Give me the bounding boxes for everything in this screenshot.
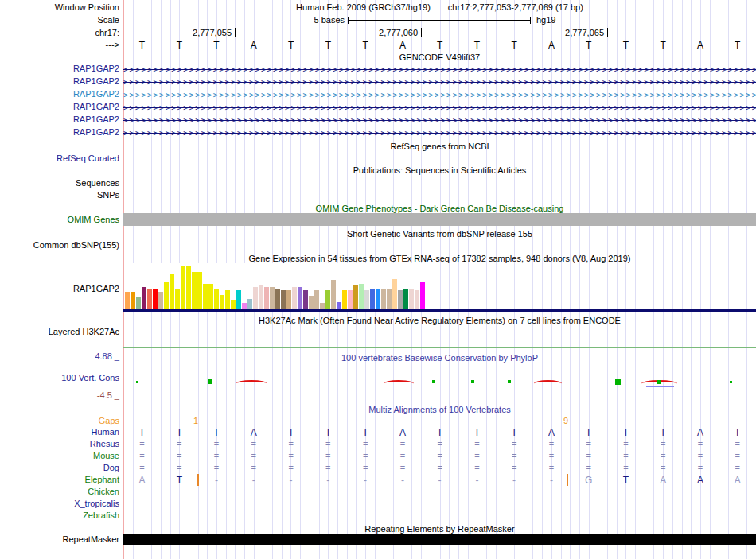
gtex-tissue-bar[interactable] [331, 280, 336, 309]
gtex-tissue-bar[interactable] [275, 289, 280, 309]
omim-track-title[interactable]: OMIM Gene Phenotypes - Dark Green Can Be… [123, 204, 756, 214]
multiz-alignment-cell[interactable]: = [645, 463, 682, 472]
sequence-base[interactable]: T [570, 40, 607, 51]
multiz-alignment-cell[interactable]: = [310, 439, 347, 448]
sequence-base[interactable]: A [532, 40, 570, 51]
refseq-curated-item[interactable] [123, 157, 756, 157]
gtex-tissue-bar[interactable] [359, 284, 364, 309]
multiz-alignment-cell[interactable]: T [198, 427, 236, 438]
gtex-tissue-bar[interactable] [158, 292, 163, 309]
multiz-alignment-cell[interactable]: T [719, 427, 756, 438]
multiz-alignment-cell[interactable]: = [682, 451, 719, 460]
multiz-alignment-cell[interactable]: - [347, 475, 384, 486]
gencode-transcript-label[interactable]: RAP1GAP2 [0, 115, 119, 125]
gtex-tissue-bar[interactable] [314, 290, 319, 309]
multiz-alignment-cell[interactable]: T [347, 427, 384, 438]
omim-genes-label[interactable]: OMIM Genes [0, 215, 119, 225]
multiz-alignment-cell[interactable]: T [161, 475, 198, 486]
gencode-transcript-label[interactable]: RAP1GAP2 [0, 102, 119, 112]
repeatmasker-item[interactable] [123, 534, 756, 545]
phylop-positive-tick[interactable] [615, 379, 621, 385]
multiz-alignment-cell[interactable]: = [719, 463, 756, 472]
multiz-alignment-cell[interactable]: A [235, 427, 272, 438]
sequence-base[interactable]: T [198, 40, 236, 51]
multiz-alignment-cell[interactable]: = [347, 463, 384, 472]
multiz-alignment-cell[interactable]: A [123, 475, 161, 486]
gtex-tissue-bar[interactable] [203, 284, 208, 309]
gtex-tissue-bar[interactable] [136, 297, 141, 309]
multiz-track-title[interactable]: Multiz Alignments of 100 Vertebrates [123, 405, 756, 415]
dbsnp-track-title[interactable]: Short Genetic Variants from dbSNP releas… [123, 229, 756, 239]
gtex-tissue-bar[interactable] [303, 290, 308, 309]
gtex-tissue-bar[interactable] [348, 290, 353, 309]
multiz-alignment-cell[interactable]: = [458, 451, 496, 460]
multiz-alignment-cell[interactable]: - [198, 475, 236, 486]
gtex-tissue-bar[interactable] [220, 295, 224, 309]
multiz-alignment-cell[interactable]: = [161, 451, 198, 460]
multiz-alignment-cell[interactable]: = [123, 463, 161, 472]
common-dbsnp-label[interactable]: Common dbSNP(155) [0, 240, 119, 250]
multiz-alignment-cell[interactable]: = [198, 463, 236, 472]
h3k27ac-track-title[interactable]: H3K27Ac Mark (Often Found Near Active Re… [123, 316, 756, 326]
multiz-alignment-cell[interactable]: = [682, 463, 719, 472]
sequence-base[interactable]: T [496, 40, 533, 51]
multiz-species-label[interactable]: Human [0, 427, 119, 437]
gtex-tissue-bar[interactable] [236, 290, 241, 309]
multiz-alignment-cell[interactable]: = [198, 439, 236, 448]
gtex-tissue-bar[interactable] [292, 287, 297, 309]
multiz-alignment-cell[interactable]: = [161, 439, 198, 448]
multiz-alignment-cell[interactable]: A [682, 475, 719, 486]
multiz-alignment-cell[interactable]: T [645, 427, 682, 438]
sequence-base[interactable]: T [607, 40, 645, 51]
multiz-alignment-cell[interactable]: - [458, 475, 496, 486]
gtex-tissue-bar[interactable] [337, 302, 341, 309]
multiz-alignment-cell[interactable]: = [496, 463, 533, 472]
layered-h3k27ac-label[interactable]: Layered H3K27Ac [0, 327, 119, 337]
multiz-alignment-cell[interactable]: = [496, 439, 533, 448]
multiz-species-label[interactable]: Rhesus [0, 439, 119, 449]
multiz-alignment-cell[interactable]: = [682, 439, 719, 448]
multiz-alignment-cell[interactable]: = [161, 463, 198, 472]
multiz-alignment-cell[interactable]: = [719, 451, 756, 460]
gtex-tissue-bar[interactable] [225, 290, 230, 309]
sequences-label[interactable]: Sequences [0, 178, 119, 188]
multiz-alignment-cell[interactable]: = [570, 463, 607, 472]
multiz-alignment-cell[interactable]: A [645, 475, 682, 486]
phylop-track-title[interactable]: 100 vertebrates Basewise Conservation by… [123, 353, 756, 363]
multiz-alignment-cell[interactable]: A [719, 475, 756, 486]
multiz-alignment-cell[interactable]: = [421, 463, 458, 472]
repeatmasker-track-title[interactable]: Repeating Elements by RepeatMasker [123, 524, 756, 534]
snps-label[interactable]: SNPs [0, 190, 119, 200]
multiz-alignment-cell[interactable]: = [421, 439, 458, 448]
multiz-alignment-cell[interactable]: = [570, 451, 607, 460]
gtex-tissue-bar[interactable] [381, 289, 386, 309]
gtex-tissue-bar[interactable] [398, 290, 403, 309]
phylop-positive-tick[interactable] [136, 381, 138, 383]
phylop-negative-arc[interactable] [534, 380, 562, 387]
multiz-alignment-cell[interactable]: = [384, 463, 421, 472]
multiz-species-label[interactable]: Dog [0, 463, 119, 473]
multiz-species-label[interactable]: Mouse [0, 451, 119, 461]
gencode-transcript-label[interactable]: RAP1GAP2 [0, 64, 119, 74]
multiz-alignment-cell[interactable]: = [532, 451, 570, 460]
phylop-positive-tick[interactable] [657, 380, 661, 384]
gtex-tissue-bar[interactable] [387, 289, 392, 309]
multiz-species-label[interactable]: Chicken [0, 487, 119, 497]
multiz-alignment-cell[interactable]: = [645, 451, 682, 460]
multiz-alignment-cell[interactable]: - [235, 475, 272, 486]
gtex-tissue-bar[interactable] [131, 292, 135, 309]
multiz-alignment-cell[interactable]: = [719, 439, 756, 448]
gtex-tissue-bar[interactable] [420, 282, 425, 309]
multiz-alignment-cell[interactable]: = [532, 439, 570, 448]
phylop-positive-tick[interactable] [508, 380, 511, 383]
gtex-tissue-bar[interactable] [281, 290, 286, 309]
multiz-alignment-cell[interactable]: = [607, 451, 645, 460]
multiz-alignment-cell[interactable]: = [421, 451, 458, 460]
gtex-tissue-bar[interactable] [415, 290, 419, 309]
h3k27ac-signal-baseline[interactable] [123, 347, 756, 348]
gtex-tissue-bar[interactable] [259, 285, 263, 309]
gtex-tissue-bar[interactable] [320, 303, 325, 309]
gencode-transcript-label[interactable]: RAP1GAP2 [0, 76, 119, 87]
multiz-alignment-cell[interactable]: - [421, 475, 458, 486]
gtex-tissue-bar[interactable] [364, 290, 369, 309]
